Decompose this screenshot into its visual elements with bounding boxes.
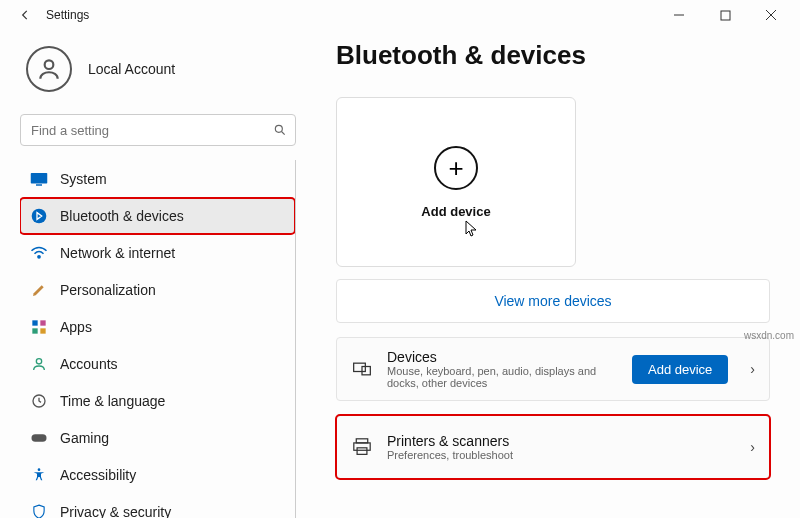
- devices-icon: [351, 358, 373, 380]
- devices-subtitle: Mouse, keyboard, pen, audio, displays an…: [387, 365, 618, 389]
- nav-privacy-security[interactable]: Privacy & security: [20, 494, 295, 518]
- accessibility-icon: [30, 466, 48, 484]
- printers-subtitle: Preferences, troubleshoot: [387, 449, 728, 461]
- system-icon: [30, 170, 48, 188]
- printers-title: Printers & scanners: [387, 433, 728, 449]
- titlebar: Settings: [0, 0, 800, 30]
- nav-personalization[interactable]: Personalization: [20, 272, 295, 308]
- nav-label: Accessibility: [60, 467, 136, 483]
- nav-network[interactable]: Network & internet: [20, 235, 295, 271]
- main-panel: Bluetooth & devices + Add device View mo…: [310, 30, 800, 518]
- maximize-button[interactable]: [702, 0, 748, 30]
- close-button[interactable]: [748, 0, 794, 30]
- svg-point-15: [36, 359, 41, 364]
- account-block[interactable]: Local Account: [20, 38, 310, 110]
- wifi-icon: [30, 244, 48, 262]
- search-input[interactable]: [29, 122, 273, 139]
- svg-rect-11: [32, 320, 37, 325]
- brush-icon: [30, 281, 48, 299]
- svg-line-6: [282, 132, 285, 135]
- svg-rect-17: [32, 434, 47, 442]
- person-icon: [30, 355, 48, 373]
- nav-accounts[interactable]: Accounts: [20, 346, 295, 382]
- avatar-icon: [26, 46, 72, 92]
- view-more-devices[interactable]: View more devices: [336, 279, 770, 323]
- search-box[interactable]: [20, 114, 296, 146]
- bluetooth-icon: [30, 207, 48, 225]
- nav-accessibility[interactable]: Accessibility: [20, 457, 295, 493]
- nav-label: Accounts: [60, 356, 118, 372]
- view-more-label: View more devices: [494, 293, 611, 309]
- nav-time-language[interactable]: Time & language: [20, 383, 295, 419]
- back-button[interactable]: [12, 2, 38, 28]
- svg-point-9: [32, 209, 47, 224]
- shield-icon: [30, 503, 48, 518]
- svg-rect-1: [721, 11, 730, 20]
- add-device-label: Add device: [421, 204, 490, 219]
- chevron-right-icon: ›: [742, 439, 755, 455]
- printer-icon: [351, 436, 373, 458]
- nav-label: System: [60, 171, 107, 187]
- nav-label: Time & language: [60, 393, 165, 409]
- devices-title: Devices: [387, 349, 618, 365]
- nav-label: Privacy & security: [60, 504, 171, 518]
- svg-rect-21: [356, 439, 367, 443]
- nav-gaming[interactable]: Gaming: [20, 420, 295, 456]
- svg-rect-7: [31, 173, 48, 184]
- window-title: Settings: [46, 8, 89, 22]
- svg-rect-13: [32, 328, 37, 333]
- clock-icon: [30, 392, 48, 410]
- gaming-icon: [30, 429, 48, 447]
- svg-rect-12: [40, 320, 45, 325]
- nav-label: Bluetooth & devices: [60, 208, 184, 224]
- svg-rect-19: [354, 363, 366, 371]
- plus-icon: +: [434, 146, 478, 190]
- search-icon: [273, 123, 287, 137]
- nav-label: Personalization: [60, 282, 156, 298]
- svg-point-5: [275, 125, 282, 132]
- svg-point-10: [38, 256, 40, 258]
- printers-scanners-row[interactable]: Printers & scanners Preferences, trouble…: [336, 415, 770, 479]
- svg-rect-22: [354, 443, 370, 450]
- nav-label: Apps: [60, 319, 92, 335]
- svg-rect-23: [357, 448, 367, 455]
- chevron-right-icon: ›: [742, 361, 755, 377]
- svg-rect-14: [40, 328, 45, 333]
- sidebar: Local Account System Bluetooth & devices…: [0, 30, 310, 518]
- svg-point-18: [38, 468, 41, 471]
- svg-rect-8: [36, 184, 42, 186]
- add-device-button[interactable]: Add device: [632, 355, 728, 384]
- nav-apps[interactable]: Apps: [20, 309, 295, 345]
- minimize-button[interactable]: [656, 0, 702, 30]
- cursor-icon: [465, 220, 479, 242]
- nav-label: Gaming: [60, 430, 109, 446]
- svg-rect-20: [362, 367, 370, 375]
- nav-list: System Bluetooth & devices Network & int…: [20, 160, 296, 518]
- add-device-card[interactable]: + Add device: [336, 97, 576, 267]
- nav-bluetooth-devices[interactable]: Bluetooth & devices: [20, 198, 295, 234]
- page-title: Bluetooth & devices: [336, 40, 770, 71]
- account-name: Local Account: [88, 61, 175, 77]
- watermark: wsxdn.com: [744, 330, 794, 341]
- settings-window: Settings Local Account System: [0, 0, 800, 518]
- devices-row[interactable]: Devices Mouse, keyboard, pen, audio, dis…: [336, 337, 770, 401]
- svg-point-4: [45, 60, 54, 69]
- nav-system[interactable]: System: [20, 161, 295, 197]
- nav-label: Network & internet: [60, 245, 175, 261]
- apps-icon: [30, 318, 48, 336]
